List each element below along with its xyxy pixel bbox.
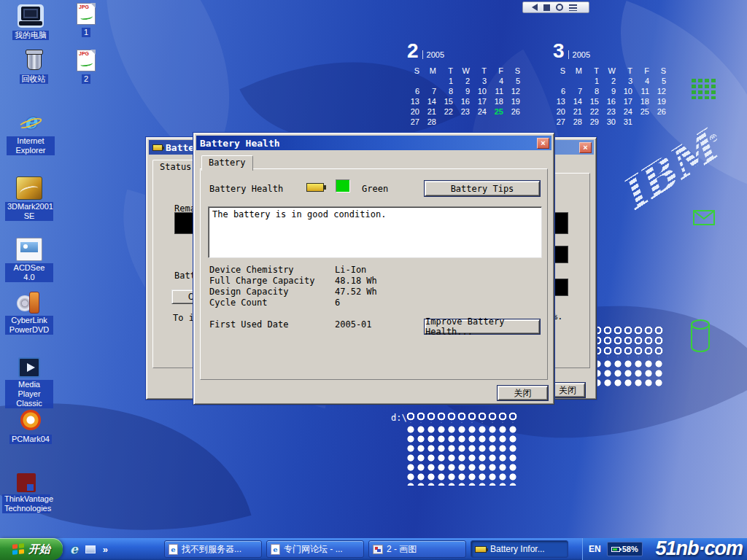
desktop-icon-media-player-classic[interactable]: Media Player Classic — [4, 356, 54, 409]
recycle-bin-icon — [20, 48, 47, 71]
battery-health-titlebar[interactable]: Battery Health × — [196, 136, 551, 150]
desktop-icon-acdsee[interactable]: ACDSee 4.0 — [4, 238, 54, 283]
field-value: 47.52 Wh — [335, 287, 377, 297]
desktop-icon-label: 回收站 — [20, 74, 48, 84]
battery-tray-indicator[interactable]: 58% — [607, 542, 643, 556]
calendar-grid: SMTWTFS123456789101112131415161718192021… — [553, 66, 670, 127]
battery-icon — [306, 183, 324, 192]
tab-status[interactable]: Status — [152, 160, 198, 175]
calendar-day: 5 — [508, 76, 525, 86]
field-row: Device ChemistryLi-Ion — [209, 265, 538, 275]
desktop-icon-3dmark2001[interactable]: 3DMark2001 SE — [4, 176, 54, 222]
calendar-day: 3 — [474, 76, 491, 86]
calendar-day-header: T — [474, 66, 491, 76]
desktop-icon-pcmark04[interactable]: PCMark04 — [6, 408, 55, 445]
jpg-badge: JPG — [79, 4, 89, 9]
calendar-day: 11 — [491, 86, 508, 96]
calendar-day: 17 — [474, 96, 491, 106]
calendar-february: 2 2005 SMTWTFS12345678910111213141516171… — [407, 39, 525, 127]
calendar-day — [553, 76, 570, 86]
tab-battery[interactable]: Battery — [201, 155, 253, 171]
calendar-day: 10 — [474, 86, 491, 96]
calendar-day: 24 — [474, 106, 491, 117]
calendar-day-header: M — [424, 66, 441, 76]
calendar-day: 4 — [491, 76, 508, 86]
calendar-day: 26 — [654, 106, 670, 117]
menu-icon — [569, 4, 577, 11]
desktop-icon-label: ACDSee 4.0 — [5, 263, 53, 282]
desktop-icon-my-computer[interactable]: 我的电脑 — [6, 4, 55, 41]
calendar-month-number: 3 — [553, 39, 565, 63]
jpg-thumbnail — [80, 14, 93, 20]
envelope-icon — [693, 210, 715, 225]
desktop-icon-powerdvd[interactable]: CyberLink PowerDVD — [4, 290, 54, 335]
calendar-day-header: S — [508, 66, 525, 76]
calendar-day: 12 — [654, 86, 670, 96]
calendar-day — [407, 76, 424, 86]
calendar-day: 21 — [570, 106, 587, 117]
task-button-paint[interactable]: 2 - 画图 — [368, 540, 466, 558]
desktop-icon-label: Media Player Classic — [5, 380, 53, 408]
start-button[interactable]: 开始 — [0, 538, 63, 560]
calendar-day: 12 — [508, 86, 525, 96]
calendar-day: 27 — [407, 117, 424, 127]
calendar-day: 29 — [587, 117, 603, 127]
battery-tips-button[interactable]: Battery Tips — [425, 181, 540, 196]
quick-launch-overflow-chevron[interactable]: » — [103, 544, 108, 555]
calendar-day: 30 — [603, 117, 620, 127]
calendar-day — [637, 117, 654, 127]
calendar-day-header: W — [457, 66, 474, 76]
grid-icon — [692, 79, 718, 99]
desktop-icon-jpg-1[interactable]: JPG 1 — [67, 3, 105, 38]
desktop-icon-jpg-2[interactable]: JPG 2 — [67, 50, 105, 85]
calendar-year: 2005 — [422, 50, 444, 59]
calendar-day: 13 — [407, 96, 424, 106]
osd-toolbar[interactable] — [522, 1, 589, 13]
calendar-day: 25 — [491, 106, 508, 117]
calendar-day-header: T — [587, 66, 603, 76]
jpg-file-icon: JPG — [77, 3, 96, 25]
health-status-text: Green — [362, 184, 388, 194]
battery-tray-icon — [611, 547, 620, 552]
quick-launch: e » — [70, 538, 108, 560]
calendar-day: 27 — [553, 117, 570, 127]
calendar-day-header: T — [620, 66, 637, 76]
condition-textbox[interactable]: The battery is in good condition. — [208, 206, 542, 258]
task-button-server-not-found[interactable]: e 找不到服务器... — [164, 540, 262, 558]
desktop-icon-internet-explorer[interactable]: e Internet Explorer — [6, 111, 55, 156]
calendar-day: 15 — [441, 96, 457, 106]
close-button-dialog[interactable]: 关闭 — [498, 386, 548, 400]
close-icon[interactable]: × — [579, 142, 592, 153]
battery-icon — [475, 546, 487, 553]
field-label: Device Chemistry — [209, 265, 335, 275]
calendar-day: 18 — [637, 96, 654, 106]
calendar-day: 23 — [603, 106, 620, 117]
desktop-icon-label: CyberLink PowerDVD — [5, 316, 53, 335]
task-button-battery-information[interactable]: Battery Infor... — [471, 540, 568, 558]
desktop-icon-recycle-bin[interactable]: 回收站 — [9, 48, 58, 85]
ie-page-icon: e — [169, 544, 178, 555]
jpg-thumbnail — [80, 61, 93, 67]
calendar-day: 11 — [637, 86, 654, 96]
dot-pattern-rings — [406, 411, 518, 423]
calendar-day: 1 — [587, 76, 603, 86]
windows-flag-icon — [12, 543, 24, 555]
field-value: 2005-01 — [335, 319, 372, 330]
calendar-day: 5 — [654, 76, 670, 86]
desktop-icon-label: 我的电脑 — [12, 31, 49, 40]
field-row: Full Charge Capacity48.18 Wh — [209, 276, 538, 286]
desktop-icon-thinkvantage[interactable]: ThinkVantage Technologies — [1, 471, 51, 514]
show-desktop-icon[interactable] — [85, 545, 96, 553]
health-green-swatch — [336, 179, 350, 192]
calendar-day: 9 — [603, 86, 620, 96]
close-icon[interactable]: × — [537, 138, 549, 149]
close-button-background-window[interactable]: 关闭 — [550, 383, 585, 397]
task-button-forum[interactable]: e 专门网论坛 - ... — [266, 540, 364, 558]
improve-battery-health-button[interactable]: Improve Battery Health... — [425, 319, 540, 334]
language-indicator[interactable]: EN — [589, 544, 601, 554]
calendar-month-number: 2 — [407, 39, 419, 63]
media-player-classic-icon — [18, 357, 40, 378]
quick-launch-ie-icon[interactable]: e — [70, 542, 78, 556]
my-computer-icon — [18, 4, 44, 28]
desktop-icon-label: ThinkVantage Technologies — [2, 494, 50, 513]
